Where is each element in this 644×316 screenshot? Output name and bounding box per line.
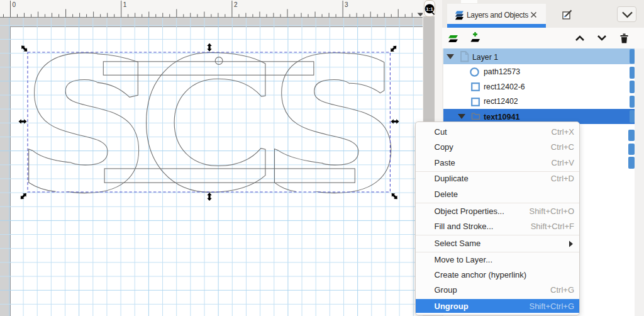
svg-text:1:1: 1:1 bbox=[426, 6, 433, 12]
svg-text:1: 1 bbox=[123, 1, 127, 8]
svg-text:0: 0 bbox=[13, 1, 16, 8]
svg-text:2: 2 bbox=[234, 1, 238, 8]
svg-text:3: 3 bbox=[345, 1, 348, 8]
